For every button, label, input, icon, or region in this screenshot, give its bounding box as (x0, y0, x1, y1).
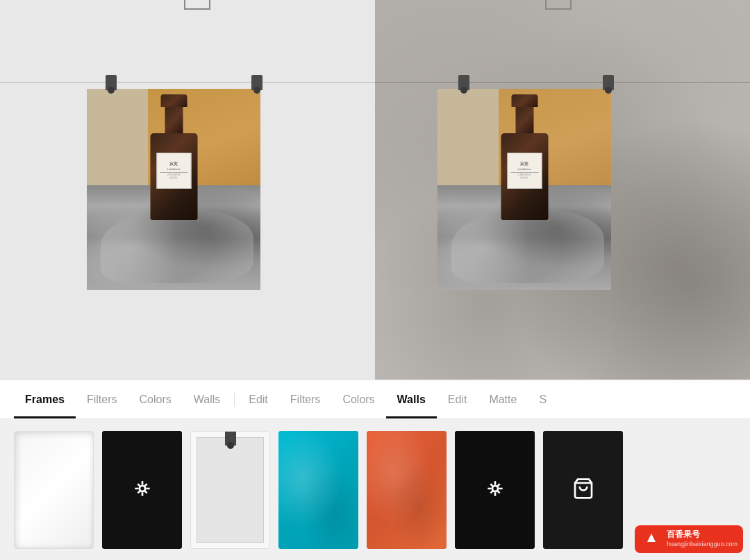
svg-line-5 (138, 484, 140, 486)
hanging-wire-left (0, 82, 375, 83)
tab-edit2[interactable]: Edit (437, 380, 478, 418)
poster-panel-right: 寂寞 Loneliness LONELINESS精品香水 (375, 0, 750, 380)
svg-line-8 (138, 491, 140, 493)
tab-edit[interactable]: Edit (238, 380, 279, 418)
bottle-label-cn: 寂寞 (169, 162, 178, 167)
tab-colors2[interactable]: Colors (331, 380, 385, 418)
watermark-badge: 百香果号 huangjinbaixiangguo.com (635, 525, 743, 553)
tab-filters2[interactable]: Filters (279, 380, 332, 418)
tab-navigation: Frames Filters Colors Walls Edit Filters… (0, 380, 750, 419)
swatch-cart[interactable] (543, 431, 623, 549)
top-icon-right (545, 0, 572, 10)
svg-line-14 (490, 484, 492, 486)
tab-filters[interactable]: Filters (76, 380, 128, 418)
tab-divider (234, 393, 235, 407)
tab-colors[interactable]: Colors (128, 380, 182, 418)
tab-walls2[interactable]: Walls (386, 380, 437, 418)
settings-icon (131, 477, 153, 502)
clip-swatch (225, 431, 236, 446)
svg-line-17 (490, 491, 492, 493)
svg-point-9 (492, 486, 498, 491)
svg-line-6 (144, 491, 147, 493)
bottle-label-en: Loneliness (167, 167, 180, 171)
swatch-black2[interactable] (455, 431, 535, 549)
poster-panel-left: 寂寞 Loneliness LONELINESS精品香水 (0, 0, 375, 380)
clip-right-2 (603, 75, 614, 90)
swatch-coral[interactable] (367, 431, 447, 549)
svg-line-15 (497, 491, 499, 493)
watermark-text: 百香果号 huangjinbaixiangguo.com (667, 529, 738, 548)
tab-walls[interactable]: Walls (183, 380, 232, 418)
poster-frame-right: 寂寞 Loneliness LONELINESS精品香水 (438, 89, 611, 290)
tab-s[interactable]: S (528, 380, 558, 418)
poster-frame-left: 寂寞 Loneliness LONELINESS精品香水 (87, 89, 260, 290)
watermark-logo (640, 528, 662, 550)
poster-preview-area: 寂寞 Loneliness LONELINESS精品香水 (0, 0, 750, 380)
tab-frames[interactable]: Frames (14, 380, 76, 418)
settings-icon-2 (484, 477, 506, 502)
clip-left-2 (251, 75, 262, 90)
svg-point-0 (140, 486, 145, 491)
swatch-white[interactable] (14, 431, 94, 549)
svg-line-16 (497, 484, 499, 486)
cart-icon (572, 477, 594, 502)
clip-right-1 (458, 75, 469, 90)
swatch-black[interactable] (102, 431, 182, 549)
tab-matte[interactable]: Matte (478, 380, 528, 418)
hanging-wire-right (375, 82, 750, 83)
swatch-white-frame[interactable] (190, 431, 270, 549)
clip-left-1 (106, 75, 117, 90)
svg-line-7 (144, 484, 147, 486)
swatch-teal[interactable] (278, 431, 358, 549)
top-icon-left (184, 0, 210, 10)
